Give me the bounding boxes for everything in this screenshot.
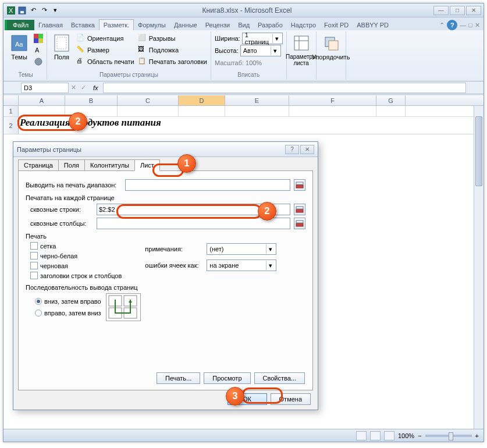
dialog-tab-sheet[interactable]: Лист — [134, 159, 160, 171]
background-button[interactable]: 🖼Подложка — [137, 44, 208, 56]
col-header-a[interactable]: A — [19, 95, 65, 105]
properties-button[interactable]: Свойства... — [254, 372, 305, 384]
bw-checkbox[interactable] — [30, 252, 38, 259]
select-all-corner[interactable] — [3, 95, 19, 105]
tab-foxit[interactable]: Foxit PD — [320, 20, 353, 30]
maximize-button[interactable]: □ — [450, 6, 465, 15]
tab-review[interactable]: Рецензи — [201, 20, 234, 30]
print-area-button[interactable]: 🖨Область печати — [75, 56, 136, 67]
col-header-e[interactable]: E — [225, 95, 289, 105]
arrange-button[interactable]: Упорядочить — [319, 33, 343, 62]
help-icon[interactable]: ? — [447, 20, 457, 30]
tab-developer[interactable]: Разрабо — [254, 20, 287, 30]
chevron-down-icon[interactable]: ▾ — [266, 244, 275, 254]
themes-button[interactable]: Aa Темы — [7, 33, 31, 62]
sheet-params-icon — [292, 34, 311, 52]
collapse-dialog-icon[interactable] — [294, 204, 305, 215]
errors-combo[interactable]: на экране▾ — [207, 259, 276, 271]
doc-close-icon[interactable]: ✕ — [475, 22, 480, 29]
tab-view[interactable]: Вид — [234, 20, 254, 30]
view-pagebreak-button[interactable] — [384, 431, 394, 440]
doc-restore-icon[interactable]: □ — [468, 22, 472, 29]
print-range-label: Выводить на печать диапазон: — [26, 182, 122, 189]
doc-minimize-icon[interactable]: — — [460, 22, 466, 29]
margins-button[interactable]: Поля — [49, 33, 74, 62]
theme-fonts-button[interactable]: A — [33, 44, 44, 56]
zoom-out-button[interactable]: − — [418, 432, 421, 439]
enter-formula-icon[interactable]: ✓ — [81, 84, 86, 91]
arrange-icon — [322, 34, 340, 52]
page-order-diagram — [106, 293, 141, 321]
dialog-tab-page[interactable]: Страница — [18, 159, 59, 171]
chevron-down-icon[interactable]: ▾ — [271, 46, 279, 55]
width-control[interactable]: Ширина: 1 страниц▾ — [214, 33, 284, 44]
collapse-dialog-icon[interactable] — [294, 218, 305, 229]
collapse-dialog-icon[interactable] — [294, 179, 305, 191]
minimize-ribbon-icon[interactable]: ⌃ — [439, 22, 445, 29]
cols-repeat-input[interactable] — [97, 218, 290, 229]
chevron-down-icon[interactable]: ▾ — [272, 34, 280, 43]
col-header-f[interactable]: F — [289, 95, 376, 105]
comments-combo[interactable]: (нет)▾ — [207, 243, 276, 255]
orientation-button[interactable]: 📄Ориентация — [75, 33, 136, 44]
chevron-down-icon[interactable]: ▾ — [266, 261, 275, 270]
redo-icon[interactable]: ↷ — [39, 6, 49, 15]
gridlines-checkbox[interactable] — [30, 242, 38, 250]
dialog-tab-headerfooter[interactable]: Колонтитулы — [84, 159, 135, 171]
tab-addins[interactable]: Надстро — [287, 20, 320, 30]
dialog-close-button[interactable]: ✕ — [300, 145, 314, 154]
dialog-help-button[interactable]: ? — [285, 145, 299, 154]
sheet-params-button[interactable]: Параметры листа — [289, 33, 314, 67]
view-layout-button[interactable] — [370, 431, 381, 440]
theme-effects-button[interactable] — [33, 56, 44, 67]
col-header-c[interactable]: C — [118, 95, 179, 105]
draft-checkbox[interactable] — [30, 262, 38, 269]
tab-pagelayout[interactable]: Разметк. — [99, 19, 134, 30]
order-down-radio[interactable] — [35, 298, 42, 305]
order-across-radio[interactable] — [35, 310, 42, 317]
name-box[interactable]: D3 — [21, 83, 69, 93]
col-header-d[interactable]: D — [179, 95, 225, 105]
formula-bar[interactable] — [103, 83, 466, 93]
minimize-button[interactable]: — — [433, 6, 449, 15]
tab-insert[interactable]: Вставка — [67, 20, 99, 30]
print-range-input[interactable] — [125, 179, 290, 191]
preview-button[interactable]: Просмотр — [204, 372, 250, 384]
close-button[interactable]: ✕ — [466, 6, 481, 15]
zoom-level[interactable]: 100% — [398, 432, 414, 439]
height-control[interactable]: Высота: Авто▾ — [214, 45, 284, 56]
vertical-scrollbar[interactable] — [474, 106, 484, 429]
tab-home[interactable]: Главная — [34, 20, 67, 30]
cancel-formula-icon[interactable]: ✕ — [71, 84, 76, 91]
dialog-tab-margins[interactable]: Поля — [58, 159, 85, 171]
file-tab[interactable]: Файл — [5, 20, 34, 30]
print-titles-button[interactable]: 📋Печатать заголовки — [137, 56, 208, 67]
rowcol-headers-checkbox[interactable] — [30, 272, 38, 279]
zoom-in-button[interactable]: + — [475, 432, 479, 439]
col-header-g[interactable]: G — [376, 95, 406, 105]
qat-dropdown-icon[interactable]: ▾ — [50, 6, 61, 15]
svg-rect-14 — [294, 36, 308, 50]
page-setup-dialog: Параметры страницы ? ✕ Страница Поля Кол… — [13, 141, 318, 410]
save-icon[interactable] — [17, 6, 27, 15]
theme-colors-button[interactable] — [33, 33, 44, 44]
svg-rect-22 — [296, 207, 303, 209]
callout-3: 3 — [226, 387, 244, 406]
size-button[interactable]: 📏Размер — [75, 44, 136, 56]
size-icon: 📏 — [76, 45, 86, 55]
tab-formulas[interactable]: Формулы — [134, 20, 170, 30]
dialog-title-bar[interactable]: Параметры страницы ? ✕ — [13, 142, 318, 157]
cancel-button[interactable]: Отмена — [271, 393, 311, 405]
scroll-thumb[interactable] — [475, 116, 482, 186]
breaks-button[interactable]: ⬜Разрывы — [137, 33, 208, 44]
undo-icon[interactable]: ↶ — [28, 6, 38, 15]
tab-abbyy[interactable]: ABBYY PD — [353, 20, 393, 30]
row-header-2[interactable]: 2 — [3, 117, 19, 134]
fx-label[interactable]: fx — [93, 84, 98, 91]
row-header-1[interactable]: 1 — [3, 106, 19, 116]
print-button[interactable]: Печать... — [157, 372, 200, 384]
view-normal-button[interactable] — [356, 431, 367, 440]
col-header-b[interactable]: B — [65, 95, 118, 105]
zoom-slider[interactable] — [425, 435, 472, 437]
tab-data[interactable]: Данные — [170, 20, 201, 30]
